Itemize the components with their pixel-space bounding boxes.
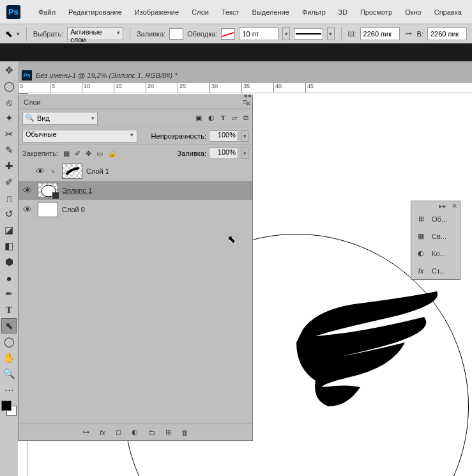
- grid-icon: ⊞: [415, 215, 427, 223]
- move-tool-icon[interactable]: ✥: [1, 63, 17, 78]
- layer-row[interactable]: 👁 Слой 0: [19, 200, 252, 219]
- filter-smart-icon[interactable]: ⧉: [243, 114, 248, 122]
- lock-label: Закрепить:: [22, 150, 58, 157]
- lock-position-icon[interactable]: ✥: [86, 150, 91, 158]
- opacity-dropdown-icon[interactable]: ▾: [241, 130, 248, 142]
- swatches-item[interactable]: ⊞ Об...: [411, 210, 460, 227]
- layer-name[interactable]: Слой 1: [86, 167, 109, 175]
- lock-pixels-icon[interactable]: ✐: [75, 150, 80, 158]
- menu-window[interactable]: Окно: [399, 6, 428, 19]
- select-dropdown[interactable]: Активные слои: [67, 27, 123, 40]
- menu-view[interactable]: Просмотр: [354, 6, 399, 19]
- stroke-swatch[interactable]: [221, 28, 235, 40]
- blur-tool-icon[interactable]: ⬢: [1, 254, 17, 270]
- stamp-tool-icon[interactable]: ⎍: [1, 190, 17, 206]
- right-dock-panel: ▸▸ ✕ ⊞ Об... ▦ Св... ◐ Ко... fx Ст...: [411, 201, 461, 280]
- hand-tool-icon[interactable]: ✋: [1, 350, 17, 365]
- lock-artboard-icon[interactable]: ▭: [96, 150, 103, 158]
- menu-edit[interactable]: Редактирование: [62, 6, 128, 19]
- close-icon[interactable]: ✕: [245, 100, 251, 107]
- select-label: Выбрать:: [33, 30, 63, 38]
- dodge-tool-icon[interactable]: ●: [1, 270, 17, 286]
- ruler-tick: 20: [146, 83, 178, 93]
- collapse-icon[interactable]: ◂◂: [243, 91, 251, 99]
- shape-tool-icon[interactable]: ◯: [1, 334, 17, 349]
- layer-row[interactable]: 👁 Эллипс 1: [19, 181, 252, 200]
- layer-row[interactable]: 👁 ↳ Слой 1: [19, 162, 252, 181]
- eraser-tool-icon[interactable]: ◪: [1, 222, 17, 238]
- fill-input[interactable]: 100%: [209, 148, 238, 159]
- layer-thumbnail[interactable]: [62, 164, 82, 179]
- link-wh-icon[interactable]: ⊶: [404, 29, 413, 38]
- visibility-icon[interactable]: 👁: [21, 204, 34, 215]
- edit-toolbar-icon[interactable]: ⋯: [1, 382, 17, 397]
- path-select-tool-icon[interactable]: ⬉: [5, 29, 13, 39]
- history-brush-tool-icon[interactable]: ↺: [1, 206, 17, 222]
- layer-fx-icon[interactable]: fx: [100, 429, 105, 436]
- layer-thumbnail[interactable]: [38, 183, 58, 198]
- width-label: Ш:: [347, 30, 356, 38]
- gradient-tool-icon[interactable]: ◧: [1, 238, 17, 254]
- fg-bg-colors[interactable]: [1, 401, 17, 416]
- layer-mask-icon[interactable]: ◻: [116, 428, 121, 436]
- item-label: Ко...: [432, 250, 446, 257]
- menu-help[interactable]: Справка: [428, 6, 468, 19]
- magic-wand-tool-icon[interactable]: ✦: [1, 111, 17, 126]
- adjustment-layer-icon[interactable]: ◐: [132, 428, 138, 436]
- styles-item[interactable]: fx Ст...: [411, 262, 460, 279]
- clip-indicator-icon: ↳: [50, 168, 58, 174]
- lock-transparent-icon[interactable]: ▦: [63, 150, 70, 158]
- heal-tool-icon[interactable]: ✚: [1, 158, 17, 174]
- fill-dropdown-icon[interactable]: ▾: [241, 148, 248, 159]
- filter-type-icon[interactable]: T: [221, 114, 225, 122]
- ps-file-icon: Ps: [22, 70, 32, 81]
- path-select-tool-icon[interactable]: ⬉: [1, 318, 17, 334]
- close-icon[interactable]: ✕: [452, 202, 457, 210]
- filter-value: Вид: [37, 114, 50, 122]
- search-icon: 🔍: [26, 114, 34, 122]
- menu-filter[interactable]: Фильтр: [296, 6, 332, 19]
- lock-all-icon[interactable]: 🔒: [108, 150, 117, 158]
- type-tool-icon[interactable]: T: [1, 302, 17, 318]
- stroke-width-input[interactable]: [239, 27, 278, 40]
- layers-tab[interactable]: Слои: [24, 98, 41, 106]
- new-layer-icon[interactable]: ⊞: [165, 428, 171, 436]
- marquee-tool-icon[interactable]: ◯: [1, 79, 17, 94]
- menu-layers[interactable]: Слои: [185, 6, 215, 19]
- delete-layer-icon[interactable]: 🗑: [181, 429, 188, 436]
- link-layers-icon[interactable]: ⊶: [82, 428, 89, 436]
- height-input[interactable]: [427, 27, 467, 40]
- brush-tool-icon[interactable]: ✐: [1, 174, 17, 190]
- styles-icon: fx: [415, 267, 427, 275]
- lasso-tool-icon[interactable]: ⎋: [1, 95, 17, 110]
- width-input[interactable]: [360, 27, 400, 40]
- fill-swatch[interactable]: [169, 28, 183, 40]
- zoom-tool-icon[interactable]: 🔍: [1, 366, 17, 381]
- eyedropper-tool-icon[interactable]: ✎: [1, 142, 17, 158]
- layer-group-icon[interactable]: 🗀: [148, 429, 155, 436]
- layer-name[interactable]: Слой 0: [62, 206, 85, 213]
- blend-mode-dropdown[interactable]: Обычные: [22, 130, 137, 142]
- menu-select[interactable]: Выделение: [246, 6, 296, 19]
- layer-thumbnail[interactable]: [38, 202, 58, 217]
- visibility-icon[interactable]: 👁: [34, 166, 47, 176]
- menu-file[interactable]: Файл: [32, 6, 62, 19]
- properties-item[interactable]: ▦ Св...: [411, 227, 460, 245]
- filter-shape-icon[interactable]: ▱: [232, 114, 237, 122]
- menu-3d[interactable]: 3D: [332, 6, 354, 19]
- visibility-icon[interactable]: 👁: [21, 185, 34, 196]
- menu-image[interactable]: Изображение: [128, 6, 185, 19]
- filter-adjust-icon[interactable]: ◐: [208, 114, 215, 122]
- item-label: Ст...: [432, 267, 445, 275]
- document-tab[interactable]: Ps Без имени-1 @ 19,2% (Эллипс 1, RGB/8#…: [18, 68, 177, 83]
- stroke-style-dropdown[interactable]: [294, 28, 323, 40]
- pen-tool-icon[interactable]: ✒: [1, 286, 17, 302]
- crop-tool-icon[interactable]: ✂: [1, 127, 17, 142]
- layer-filter-dropdown[interactable]: 🔍 Вид ▾: [22, 112, 98, 125]
- layer-name[interactable]: Эллипс 1: [62, 187, 92, 194]
- opacity-input[interactable]: 100%: [209, 130, 238, 142]
- filter-pixel-icon[interactable]: ▣: [195, 114, 202, 122]
- collapse-icon[interactable]: ▸▸: [439, 202, 446, 210]
- menu-text[interactable]: Текст: [215, 6, 246, 19]
- adjustments-item[interactable]: ◐ Ко...: [411, 245, 460, 262]
